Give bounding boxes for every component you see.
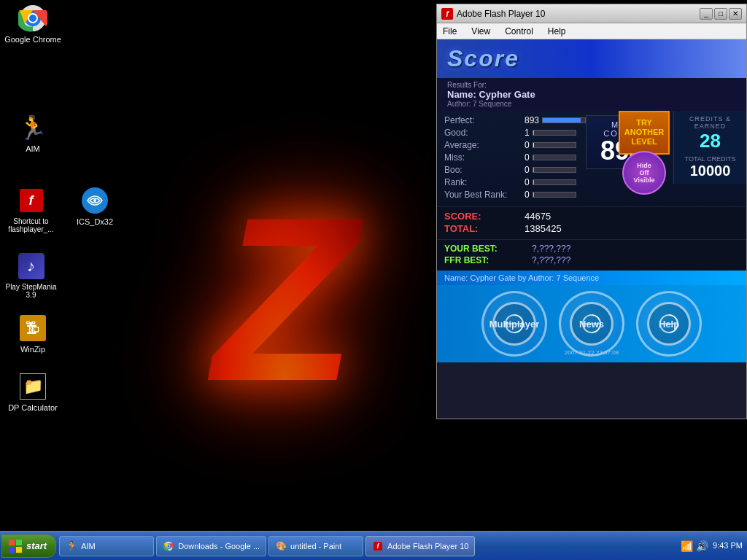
taskbar-paint-icon: 🎨 xyxy=(275,540,287,552)
taskbar-paint-label: untitled - Paint xyxy=(290,542,341,551)
svg-rect-8 xyxy=(9,540,15,545)
taskbar-aim-icon: 🏃 xyxy=(66,540,77,552)
flash-title-icon: f xyxy=(441,8,453,20)
desktop-icon-flash[interactable]: f Shortcut to flashplayer_... xyxy=(4,186,58,233)
taskbar-item-chrome[interactable]: Downloads - Google ... xyxy=(156,536,266,556)
score-subheader: Results For: Name: Cypher Gate Author: 7… xyxy=(437,78,746,111)
aim-label: AIM xyxy=(26,144,40,153)
author-label: Author: xyxy=(447,100,471,108)
desktop-icon-chrome[interactable]: Google Chrome xyxy=(4,4,62,44)
svg-rect-11 xyxy=(16,547,22,553)
taskbar-item-paint[interactable]: 🎨 untitled - Paint xyxy=(268,536,363,556)
windows-logo xyxy=(8,539,23,553)
desktop: Z Google Chrome 🏃 AIM f Shortcut to fl xyxy=(0,0,747,531)
svg-point-3 xyxy=(29,15,36,22)
help-label: Help xyxy=(659,319,679,330)
menu-help[interactable]: Help xyxy=(545,25,569,38)
author-value: 7 Sequence xyxy=(473,100,511,108)
flash-title-text: Adobe Flash Player 10 xyxy=(457,9,698,19)
score-totals: SCORE: 44675 TOTAL: 1385425 xyxy=(437,206,746,239)
score-best: YOUR BEST: ?,???,??? FFR BEST: ?,???,??? xyxy=(437,239,746,271)
help-button[interactable]: Help xyxy=(636,291,702,357)
aim-icon: 🏃 xyxy=(18,113,47,142)
results-for: Results For: xyxy=(447,81,736,89)
tray-network-icon: 📶 xyxy=(681,540,693,552)
news-date: 2007-01-22 23:37:08 xyxy=(565,349,619,356)
flash-menubar: File View Control Help xyxy=(437,23,746,39)
news-label: News xyxy=(579,319,604,330)
stepmania-label: Play StepMania 3.9 xyxy=(4,283,58,299)
taskbar-chrome-label: Downloads - Google ... xyxy=(178,542,260,551)
taskbar-item-flash[interactable]: f Adobe Flash Player 10 xyxy=(365,536,475,556)
taskbar-item-aim[interactable]: 🏃 AIM xyxy=(59,536,154,556)
desktop-icon-aim[interactable]: 🏃 AIM xyxy=(4,113,62,153)
menu-view[interactable]: View xyxy=(468,25,493,38)
ics-label: ICS_Dx32 xyxy=(77,217,113,226)
maximize-button[interactable]: □ xyxy=(714,8,727,20)
start-label: start xyxy=(26,540,47,551)
winzip-label: WinZip xyxy=(20,345,45,354)
nav-buttons: Multiplayer News 2007-01-22 23:37:08 xyxy=(437,285,746,362)
stepmania-icon: ♪ xyxy=(17,252,46,281)
svg-point-4 xyxy=(93,199,96,202)
minimize-button[interactable]: _ xyxy=(700,8,713,20)
desktop-icon-dpcalc[interactable]: 📁 DP Calculator xyxy=(4,372,62,412)
svg-point-15 xyxy=(167,545,170,548)
taskbar: start 🏃 AIM Downloads xyxy=(0,531,747,560)
tray-volume-icon: 🔊 xyxy=(696,540,708,552)
dp-calc-label: DP Calculator xyxy=(8,403,58,412)
svg-rect-9 xyxy=(16,540,22,545)
taskbar-chrome-icon xyxy=(163,540,174,552)
taskbar-flash-icon: f xyxy=(372,540,384,552)
multiplayer-button[interactable]: Multiplayer xyxy=(481,291,547,357)
mode-button[interactable]: Hide Off Visible xyxy=(622,151,666,195)
score-area: TRY ANOTHER LEVEL Perfect: 893 Good: 1 xyxy=(437,111,746,362)
winzip-icon: 🗜 xyxy=(18,314,47,343)
menu-control[interactable]: Control xyxy=(502,25,536,38)
desktop-icon-ics[interactable]: ICS_Dx32 xyxy=(66,186,124,226)
news-button[interactable]: News 2007-01-22 23:37:08 xyxy=(559,291,624,357)
score-header: Score xyxy=(437,39,746,78)
taskbar-items: 🏃 AIM Downloads - Google ... xyxy=(56,536,676,556)
multiplayer-label: Multiplayer xyxy=(489,319,540,330)
name-value: Cypher Gate xyxy=(479,89,535,100)
credits-box: CREDITS & EARNED 28 TOTAL CREDITS 10000 xyxy=(673,111,746,184)
taskbar-flash-label: Adobe Flash Player 10 xyxy=(387,542,468,551)
flash-shortcut-label: Shortcut to flashplayer_... xyxy=(4,217,58,233)
flash-player-window: f Adobe Flash Player 10 _ □ ✕ File View … xyxy=(436,4,747,419)
close-button[interactable]: ✕ xyxy=(729,8,742,20)
taskbar-right: 📶 🔊 9:43 PM xyxy=(676,540,747,552)
chrome-label: Google Chrome xyxy=(4,35,61,44)
flash-shortcut-icon: f xyxy=(17,186,46,215)
bottom-banner: Name: Cypher Gate by Author: 7 Sequence xyxy=(437,271,746,285)
score-title: Score xyxy=(447,45,519,71)
flash-content: Score Results For: Name: Cypher Gate Aut… xyxy=(437,39,746,419)
name-label: Name: xyxy=(447,89,476,100)
chrome-icon xyxy=(18,4,47,33)
dp-calc-icon: 📁 xyxy=(18,372,47,401)
flash-titlebar: f Adobe Flash Player 10 _ □ ✕ xyxy=(437,4,746,23)
desktop-icon-winzip[interactable]: 🗜 WinZip xyxy=(4,314,62,354)
ics-icon xyxy=(80,186,109,215)
desktop-icon-stepmania[interactable]: ♪ Play StepMania 3.9 xyxy=(4,252,58,299)
try-another-button[interactable]: TRY ANOTHER LEVEL xyxy=(619,111,670,155)
start-button[interactable]: start xyxy=(1,534,56,558)
score-stats: Perfect: 893 Good: 1 Average: 0 xyxy=(444,115,586,202)
tray-icons: 📶 🔊 xyxy=(681,540,708,552)
menu-file[interactable]: File xyxy=(440,25,460,38)
svg-rect-10 xyxy=(9,547,15,553)
system-clock: 9:43 PM xyxy=(713,540,743,551)
flaming-z-decoration: Z xyxy=(146,88,423,510)
taskbar-aim-label: AIM xyxy=(81,542,96,551)
